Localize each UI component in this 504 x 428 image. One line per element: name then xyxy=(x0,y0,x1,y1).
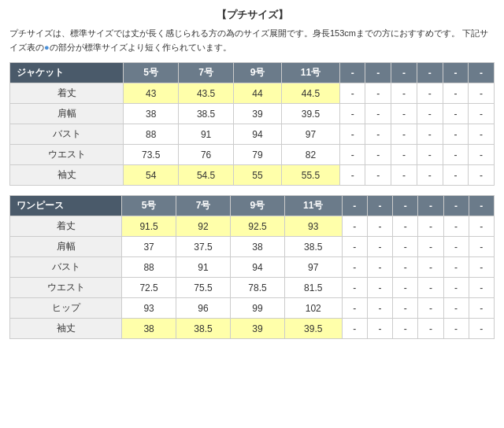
cell-value: 81.5 xyxy=(284,278,342,298)
cell-value: 92.5 xyxy=(231,216,285,237)
table-row: 着丈 91.5 92 92.5 93 - - - - - - xyxy=(10,216,495,237)
cell-dash: - xyxy=(469,145,495,165)
onepiece-col-7: - xyxy=(393,196,418,216)
row-label: 肩幅 xyxy=(10,237,122,257)
cell-dash: - xyxy=(391,124,417,145)
cell-dash: - xyxy=(443,145,469,165)
onepiece-col-5: - xyxy=(342,196,367,216)
cell-value: 94 xyxy=(231,257,285,278)
cell-value: 38 xyxy=(231,237,285,257)
cell-value: 39 xyxy=(231,319,285,339)
jacket-size-9: 9号 xyxy=(234,63,282,83)
cell-dash: - xyxy=(417,145,443,165)
cell-dash: - xyxy=(443,104,469,124)
cell-dash: - xyxy=(339,145,365,165)
cell-value: 37.5 xyxy=(176,237,231,257)
cell-dash: - xyxy=(418,216,443,237)
cell-value: 54.5 xyxy=(179,165,234,186)
cell-value: 37 xyxy=(122,237,176,257)
onepiece-size-5: 5号 xyxy=(122,196,176,216)
cell-dash: - xyxy=(418,257,443,278)
cell-value: 97 xyxy=(282,124,340,145)
cell-value: 38.5 xyxy=(179,104,234,124)
table-row: バスト 88 91 94 97 - - - - - - xyxy=(10,257,495,278)
cell-dash: - xyxy=(339,83,365,104)
cell-dash: - xyxy=(391,165,417,186)
cell-value: 82 xyxy=(282,145,340,165)
cell-dash: - xyxy=(418,319,443,339)
jacket-col-8: - xyxy=(417,63,443,83)
cell-dash: - xyxy=(391,145,417,165)
cell-value: 75.5 xyxy=(176,278,231,298)
row-label: 着丈 xyxy=(10,216,122,237)
cell-dash: - xyxy=(391,104,417,124)
jacket-col-5: - xyxy=(339,63,365,83)
row-label: ウエスト xyxy=(10,278,122,298)
cell-dash: - xyxy=(365,83,391,104)
cell-value: 99 xyxy=(231,298,285,319)
onepiece-col-8: - xyxy=(418,196,443,216)
row-label: バスト xyxy=(10,124,124,145)
cell-dash: - xyxy=(342,278,367,298)
cell-value: 94 xyxy=(234,124,282,145)
cell-dash: - xyxy=(342,257,367,278)
cell-value: 55 xyxy=(234,165,282,186)
cell-dash: - xyxy=(417,83,443,104)
cell-value: 72.5 xyxy=(122,278,176,298)
onepiece-col-6: - xyxy=(367,196,392,216)
cell-value: 78.5 xyxy=(231,278,285,298)
cell-dash: - xyxy=(469,257,494,278)
cell-dash: - xyxy=(417,104,443,124)
cell-dash: - xyxy=(365,124,391,145)
cell-value: 76 xyxy=(179,145,234,165)
cell-dash: - xyxy=(367,298,392,319)
jacket-size-11: 11号 xyxy=(282,63,340,83)
onepiece-table: ワンピース 5号 7号 9号 11号 - - - - - - 着丈 91.5 9… xyxy=(9,195,495,339)
onepiece-size-11: 11号 xyxy=(284,196,342,216)
table-row: 袖丈 54 54.5 55 55.5 - - - - - - xyxy=(10,165,495,186)
cell-dash: - xyxy=(393,216,418,237)
cell-value: 38 xyxy=(124,104,179,124)
cell-dash: - xyxy=(393,237,418,257)
cell-dash: - xyxy=(469,278,494,298)
cell-dash: - xyxy=(418,278,443,298)
cell-dash: - xyxy=(342,298,367,319)
cell-value: 73.5 xyxy=(124,145,179,165)
row-label: 袖丈 xyxy=(10,319,122,339)
onepiece-category-header: ワンピース xyxy=(10,196,122,216)
cell-value: 44 xyxy=(234,83,282,104)
table-row: 肩幅 38 38.5 39 39.5 - - - - - - xyxy=(10,104,495,124)
onepiece-size-9: 9号 xyxy=(231,196,285,216)
table-row: 肩幅 37 37.5 38 38.5 - - - - - - xyxy=(10,237,495,257)
jacket-col-9: - xyxy=(443,63,469,83)
jacket-size-7: 7号 xyxy=(179,63,234,83)
cell-dash: - xyxy=(469,104,495,124)
cell-dash: - xyxy=(339,124,365,145)
cell-dash: - xyxy=(365,104,391,124)
cell-value: 93 xyxy=(122,298,176,319)
cell-value: 38.5 xyxy=(284,237,342,257)
cell-value: 92 xyxy=(176,216,231,237)
cell-dash: - xyxy=(367,216,392,237)
row-label: ウエスト xyxy=(10,145,124,165)
table-row: ウエスト 73.5 76 79 82 - - - - - - xyxy=(10,145,495,165)
cell-dash: - xyxy=(367,319,392,339)
cell-dash: - xyxy=(443,83,469,104)
cell-dash: - xyxy=(367,257,392,278)
cell-dash: - xyxy=(393,257,418,278)
cell-dash: - xyxy=(365,145,391,165)
cell-dash: - xyxy=(342,319,367,339)
cell-value: 88 xyxy=(122,257,176,278)
cell-value: 55.5 xyxy=(282,165,340,186)
cell-value: 38.5 xyxy=(176,319,231,339)
jacket-table: ジャケット 5号 7号 9号 11号 - - - - - - 着丈 43 43.… xyxy=(9,62,495,186)
cell-dash: - xyxy=(469,216,494,237)
cell-value: 39 xyxy=(234,104,282,124)
cell-dash: - xyxy=(367,278,392,298)
jacket-size-5: 5号 xyxy=(124,63,179,83)
row-label: 着丈 xyxy=(10,83,124,104)
cell-dash: - xyxy=(469,298,494,319)
cell-value: 79 xyxy=(234,145,282,165)
cell-value: 39.5 xyxy=(284,319,342,339)
table-row: ヒップ 93 96 99 102 - - - - - - xyxy=(10,298,495,319)
